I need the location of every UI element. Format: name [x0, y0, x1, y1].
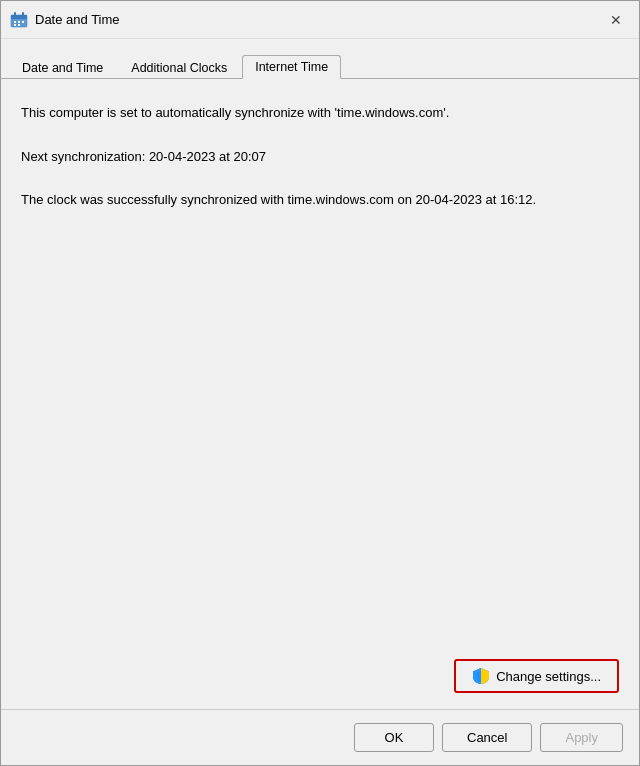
cancel-button[interactable]: Cancel	[442, 723, 532, 752]
svg-rect-5	[18, 21, 20, 23]
svg-rect-2	[14, 12, 16, 16]
tab-additional-clocks[interactable]: Additional Clocks	[118, 56, 240, 79]
window-icon	[9, 10, 29, 30]
svg-rect-3	[22, 12, 24, 16]
tabs-bar: Date and Time Additional Clocks Internet…	[1, 39, 639, 79]
apply-button[interactable]: Apply	[540, 723, 623, 752]
svg-rect-8	[18, 24, 20, 26]
date-time-window: Date and Time ✕ Date and Time Additional…	[0, 0, 640, 766]
tab-date-time[interactable]: Date and Time	[9, 56, 116, 79]
svg-rect-7	[14, 24, 16, 26]
sync-info-text: This computer is set to automatically sy…	[21, 103, 619, 123]
content-area: This computer is set to automatically sy…	[1, 79, 639, 709]
next-sync-text: Next synchronization: 20-04-2023 at 20:0…	[21, 147, 619, 167]
ok-button[interactable]: OK	[354, 723, 434, 752]
bottom-bar: OK Cancel Apply	[1, 709, 639, 765]
tab-internet-time[interactable]: Internet Time	[242, 55, 341, 79]
close-button[interactable]: ✕	[601, 7, 631, 33]
svg-rect-4	[14, 21, 16, 23]
title-bar: Date and Time ✕	[1, 1, 639, 39]
change-settings-area: Change settings...	[21, 643, 619, 693]
change-settings-label: Change settings...	[496, 669, 601, 684]
svg-rect-1	[11, 15, 27, 19]
shield-icon	[472, 667, 490, 685]
sync-success-text: The clock was successfully synchronized …	[21, 190, 619, 210]
window-title: Date and Time	[35, 12, 601, 27]
change-settings-button[interactable]: Change settings...	[454, 659, 619, 693]
svg-rect-6	[22, 21, 24, 23]
